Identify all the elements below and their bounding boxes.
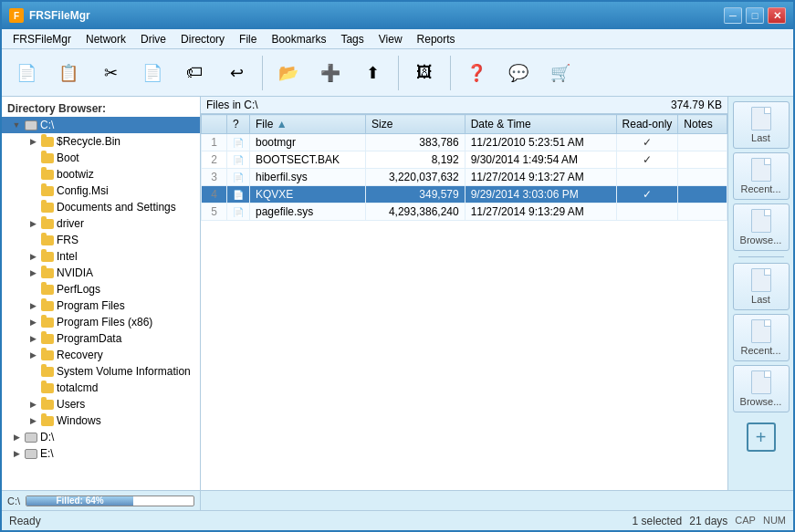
tree-item-programdata[interactable]: ▶ProgramData: [2, 330, 200, 347]
cart-toolbar-btn[interactable]: 🛒: [541, 53, 580, 93]
tree-toggle-intel[interactable]: ▶: [26, 249, 40, 264]
rs-btn-label: Last: [751, 294, 770, 305]
rs-btn-recent[interactable]: Recent...: [733, 314, 790, 361]
tree-item-recycle[interactable]: ▶$Recycle.Bin: [2, 133, 200, 150]
help-toolbar-btn[interactable]: ❓: [457, 53, 496, 93]
tree-toggle-nvidia[interactable]: ▶: [26, 266, 40, 280]
disk-usage-bar: Filled: 64%: [26, 495, 194, 506]
tree-item-programfiles86[interactable]: ▶Program Files (x86): [2, 314, 200, 330]
tree-toggle-sysvolinfo[interactable]: [26, 364, 40, 379]
tree-toggle-programfiles[interactable]: ▶: [26, 298, 40, 313]
col-header-3[interactable]: Size: [366, 115, 465, 134]
tree-item-windows[interactable]: ▶Windows: [2, 412, 200, 429]
tree-label-recycle: $Recycle.Bin: [57, 135, 120, 148]
paste-toolbar-btn[interactable]: 📄: [133, 53, 172, 93]
tree-toggle-bootwiz[interactable]: [26, 167, 40, 182]
minimize-button[interactable]: ─: [724, 7, 742, 24]
menu-item-frsfilemgr[interactable]: FRSFileMgr: [5, 29, 78, 48]
folder-icon: [40, 349, 55, 361]
menu-item-directory[interactable]: Directory: [173, 29, 232, 48]
tree-toggle-driver[interactable]: ▶: [26, 216, 40, 231]
rs-btn-browse[interactable]: Browse...: [733, 365, 790, 412]
tree-item-d-drive[interactable]: ▶D:\: [2, 429, 200, 445]
tree-item-frs[interactable]: FRS: [2, 232, 200, 248]
rs-btn-recent[interactable]: Recent...: [733, 152, 790, 200]
table-row[interactable]: 1📄bootmgr383,78611/21/2010 5:23:51 AM✓: [202, 134, 727, 151]
tree-item-users[interactable]: ▶Users: [2, 396, 200, 412]
tree-toggle-programdata[interactable]: ▶: [26, 331, 40, 346]
col-header-4[interactable]: Date & Time: [465, 115, 616, 134]
row-notes: [678, 151, 727, 169]
maximize-button[interactable]: □: [746, 7, 764, 24]
tree-toggle-totalcmd[interactable]: [26, 381, 40, 395]
tree-toggle-docssettings[interactable]: [26, 200, 40, 214]
menu-item-file[interactable]: File: [232, 29, 264, 48]
rename-toolbar-btn[interactable]: 🏷: [175, 53, 214, 93]
col-header-0[interactable]: [202, 115, 227, 134]
tree-toggle-windows[interactable]: ▶: [26, 413, 40, 428]
tree-toggle-c-drive[interactable]: ▼: [9, 118, 24, 132]
col-header-5[interactable]: Read-only: [616, 115, 678, 134]
tree-toggle-boot[interactable]: [26, 151, 40, 165]
tree-item-intel[interactable]: ▶Intel: [2, 248, 200, 265]
folder-icon: [40, 168, 55, 181]
tree-toggle-recycle[interactable]: ▶: [26, 134, 40, 149]
menu-item-drive[interactable]: Drive: [133, 29, 173, 48]
rs-add-button[interactable]: +: [747, 422, 776, 452]
tree-item-configmsi[interactable]: Config.Msi: [2, 183, 200, 199]
cut-toolbar-btn[interactable]: ✂: [91, 53, 130, 93]
open-folder-toolbar-btn[interactable]: 📂: [269, 53, 308, 93]
menu-item-view[interactable]: View: [371, 29, 410, 48]
col-header-2[interactable]: File ▲: [250, 115, 366, 134]
status-selected: 1 selected: [633, 515, 683, 527]
copy-toolbar-btn[interactable]: 📋: [49, 53, 88, 93]
folder-icon: [40, 151, 55, 164]
tree-item-driver[interactable]: ▶driver: [2, 215, 200, 232]
col-header-6[interactable]: Notes: [678, 115, 727, 134]
rs-btn-last[interactable]: Last: [733, 263, 790, 310]
tree-toggle-perflogs[interactable]: [26, 282, 40, 297]
tree-item-totalcmd[interactable]: totalcmd: [2, 380, 200, 396]
bottom-area: C:\ Filled: 64%: [2, 490, 793, 510]
add-file-toolbar-btn[interactable]: ➕: [311, 53, 350, 93]
tree-item-c-drive[interactable]: ▼C:\: [2, 117, 200, 133]
image-view-toolbar-btn[interactable]: 🖼: [405, 53, 444, 93]
tree-item-programfiles[interactable]: ▶Program Files: [2, 297, 200, 314]
new-toolbar-btn[interactable]: 📄: [7, 53, 46, 93]
menu-item-tags[interactable]: Tags: [333, 29, 371, 48]
rs-btn-browse[interactable]: Browse...: [733, 203, 790, 251]
tree-item-e-drive[interactable]: ▶E:\: [2, 445, 200, 462]
table-row[interactable]: 4📄KQVXE349,5799/29/2014 3:03:06 PM✓: [202, 186, 727, 203]
right-sidebar: LastRecent...Browse...LastRecent...Brows…: [727, 97, 793, 490]
table-row[interactable]: 2📄BOOTSECT.BAK8,1929/30/2014 1:49:54 AM✓: [202, 151, 727, 169]
table-row[interactable]: 3📄hiberfil.sys3,220,037,63211/27/2014 9:…: [202, 169, 727, 186]
file-table[interactable]: ?File ▲SizeDate & TimeRead-onlyNotes 1📄b…: [201, 114, 727, 490]
tree-label-d-drive: D:\: [40, 431, 54, 443]
rs-btn-last[interactable]: Last: [733, 101, 790, 149]
tree-toggle-e-drive[interactable]: ▶: [9, 446, 24, 461]
new-icon: 📄: [15, 61, 38, 85]
upload-toolbar-btn[interactable]: ⬆: [353, 53, 392, 93]
tree-toggle-users[interactable]: ▶: [26, 397, 40, 412]
tree-toggle-configmsi[interactable]: [26, 183, 40, 198]
tree-toggle-recovery[interactable]: ▶: [26, 348, 40, 362]
tree-toggle-frs[interactable]: [26, 233, 40, 247]
tree-item-perflogs[interactable]: PerfLogs: [2, 281, 200, 297]
tree-item-recovery[interactable]: ▶Recovery: [2, 347, 200, 363]
comment-toolbar-btn[interactable]: 💬: [499, 53, 538, 93]
tree-item-sysvolinfo[interactable]: System Volume Information: [2, 363, 200, 380]
rs-btn-icon: [751, 268, 771, 292]
tree-toggle-d-drive[interactable]: ▶: [9, 430, 24, 444]
menu-item-reports[interactable]: Reports: [410, 29, 463, 48]
col-header-1[interactable]: ?: [227, 115, 250, 134]
menu-item-network[interactable]: Network: [78, 29, 133, 48]
tree-item-bootwiz[interactable]: bootwiz: [2, 166, 200, 183]
undo-toolbar-btn[interactable]: ↩: [217, 53, 256, 93]
table-row[interactable]: 5📄pagefile.sys4,293,386,24011/27/2014 9:…: [202, 203, 727, 221]
tree-item-nvidia[interactable]: ▶NVIDIA: [2, 265, 200, 281]
tree-toggle-programfiles86[interactable]: ▶: [26, 315, 40, 329]
tree-item-docssettings[interactable]: Documents and Settings: [2, 199, 200, 215]
tree-item-boot[interactable]: Boot: [2, 150, 200, 166]
menu-item-bookmarks[interactable]: Bookmarks: [264, 29, 333, 48]
close-button[interactable]: ✕: [768, 7, 786, 24]
